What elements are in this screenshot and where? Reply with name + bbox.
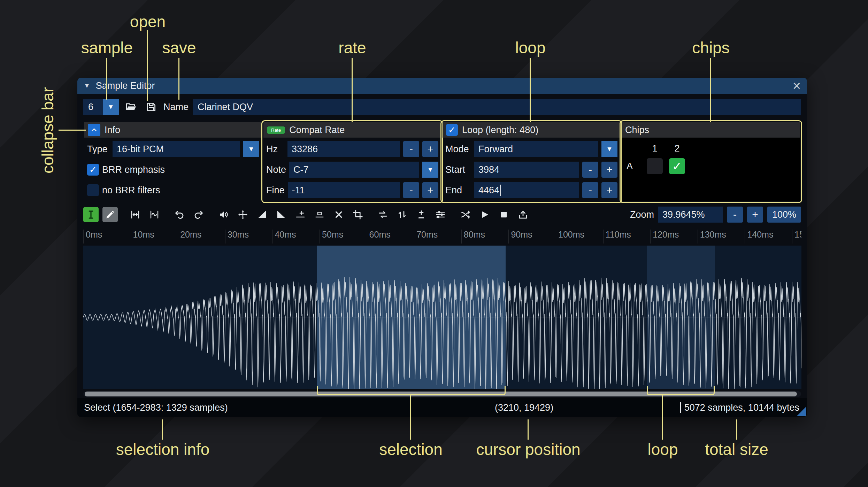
loop-start-decrement-button[interactable]: -: [582, 162, 598, 178]
delete-button[interactable]: [331, 207, 346, 222]
loop-bracket: [647, 386, 715, 395]
annotation-line-open: [147, 30, 148, 101]
title-bar[interactable]: ▼ Sample Editor ×: [77, 78, 807, 94]
stop-icon: [499, 209, 509, 220]
close-button[interactable]: ×: [793, 79, 801, 93]
normalize-button[interactable]: [235, 207, 251, 222]
resize-grip[interactable]: [797, 407, 806, 416]
zoom-in-button[interactable]: +: [747, 207, 763, 223]
chips-header-label: Chips: [625, 125, 649, 136]
loop-start-increment-button[interactable]: +: [601, 162, 617, 178]
hz-decrement-button[interactable]: -: [403, 141, 419, 157]
zoom-reset-button[interactable]: 100%: [767, 207, 801, 223]
status-bar: Select (1654-2983: 1329 samples) (3210, …: [77, 398, 807, 417]
window-collapse-icon[interactable]: ▼: [84, 82, 90, 90]
sliders-icon: [435, 209, 446, 220]
collapse-bar-button[interactable]: [88, 124, 100, 136]
folder-open-icon: [125, 101, 137, 113]
annotation-line-loop-top: [530, 58, 531, 122]
resize-icon: [130, 209, 140, 220]
insert-silence-button[interactable]: [293, 207, 308, 222]
type-select[interactable]: 16-bit PCM: [113, 141, 240, 157]
undo-button[interactable]: [172, 207, 187, 222]
ruler-label: 0ms: [83, 230, 102, 244]
create-wavetable-button[interactable]: [515, 207, 531, 222]
chip-enable-checkbox-1[interactable]: [647, 158, 663, 174]
filter-button[interactable]: [433, 207, 448, 222]
trim-button[interactable]: [350, 207, 366, 222]
invert-button[interactable]: [394, 207, 410, 222]
close-icon: ×: [793, 78, 801, 93]
loop-checkbox[interactable]: ✓: [446, 124, 458, 136]
sign-flip-button[interactable]: [414, 207, 429, 222]
plus-minus-icon: [416, 209, 427, 220]
mode-label: Mode: [445, 144, 471, 155]
annotation-line-save: [178, 58, 179, 100]
chip-enable-checkbox-2[interactable]: ✓: [669, 158, 685, 174]
hz-input[interactable]: 33286: [287, 141, 400, 157]
loop-end-increment-button[interactable]: +: [601, 182, 617, 198]
annotation-line-rate: [352, 58, 353, 122]
note-select[interactable]: C-7: [289, 162, 419, 178]
loop-mode-select[interactable]: Forward: [474, 141, 598, 157]
name-label: Name: [163, 102, 189, 113]
brr-emphasis-checkbox[interactable]: ✓: [87, 164, 99, 176]
hz-increment-button[interactable]: +: [422, 141, 438, 157]
fade-in-button[interactable]: [254, 207, 270, 222]
chevron-down-icon[interactable]: ▼: [422, 162, 438, 178]
ruler-label: 140ms: [745, 230, 773, 244]
play-icon: [479, 209, 490, 220]
no-brr-filters-checkbox[interactable]: [87, 184, 99, 196]
window-title: Sample Editor: [96, 80, 155, 91]
chip-column-label: 2: [669, 143, 685, 154]
annotation-line-sample: [106, 58, 107, 100]
resize-button[interactable]: [128, 207, 143, 222]
sample-select[interactable]: 6 ▼: [83, 99, 119, 115]
rate-tab-button[interactable]: Rate: [267, 126, 285, 134]
loop-region[interactable]: [647, 246, 715, 389]
sample-toolbar: Zoom 39.9645% - + 100%: [83, 205, 801, 224]
chevron-down-icon[interactable]: ▼: [243, 141, 259, 157]
loop-end-input[interactable]: 4464: [474, 182, 579, 198]
chevron-down-icon[interactable]: ▼: [103, 99, 119, 115]
loop-end-decrement-button[interactable]: -: [582, 182, 598, 198]
fade-out-button[interactable]: [274, 207, 289, 222]
draw-mode-button[interactable]: [102, 207, 118, 222]
cursor-position-text: (3210, 19429): [495, 402, 553, 413]
redo-button[interactable]: [191, 207, 206, 222]
text-caret: [500, 185, 501, 196]
resample-button[interactable]: [147, 207, 162, 222]
stop-button[interactable]: [496, 207, 512, 222]
zoom-out-button[interactable]: -: [727, 207, 743, 223]
select-mode-button[interactable]: [83, 207, 99, 222]
zoom-input[interactable]: 39.9645%: [658, 207, 723, 223]
waveform-view[interactable]: [83, 246, 801, 389]
fine-input[interactable]: -11: [288, 182, 400, 198]
fine-increment-button[interactable]: +: [422, 182, 438, 198]
check-icon: ✓: [448, 125, 456, 136]
chip-column-headers: 12: [622, 138, 800, 154]
crossfade-loop-button[interactable]: [458, 207, 473, 222]
apply-silence-button[interactable]: [312, 207, 327, 222]
fine-decrement-button[interactable]: -: [403, 182, 419, 198]
preview-button[interactable]: [477, 207, 492, 222]
annotation-total-size: total size: [705, 440, 768, 459]
amplify-button[interactable]: [216, 207, 231, 222]
sample-header-row: 6 ▼ Name Clarinet DQV: [83, 99, 801, 115]
loop-start-label: Start: [445, 164, 471, 175]
loop-header-label: Loop (length: 480): [462, 125, 538, 136]
loop-start-input[interactable]: 3984: [474, 162, 579, 178]
sample-select-value[interactable]: 6: [83, 99, 103, 115]
chevron-down-icon[interactable]: ▼: [601, 141, 617, 157]
chip-checks: ✓: [647, 158, 685, 174]
open-sample-button[interactable]: [123, 99, 139, 115]
crop-icon: [353, 209, 363, 220]
save-icon: [145, 101, 157, 113]
loop-panel-header: ✓ Loop (length: 480): [443, 122, 620, 138]
annotation-loop-bottom: loop: [648, 440, 678, 459]
reverse-button[interactable]: [375, 207, 391, 222]
chip-row-a: A ✓: [622, 154, 800, 174]
note-label: Note: [266, 164, 286, 175]
selection-region[interactable]: [317, 246, 506, 389]
save-sample-button[interactable]: [143, 99, 159, 115]
